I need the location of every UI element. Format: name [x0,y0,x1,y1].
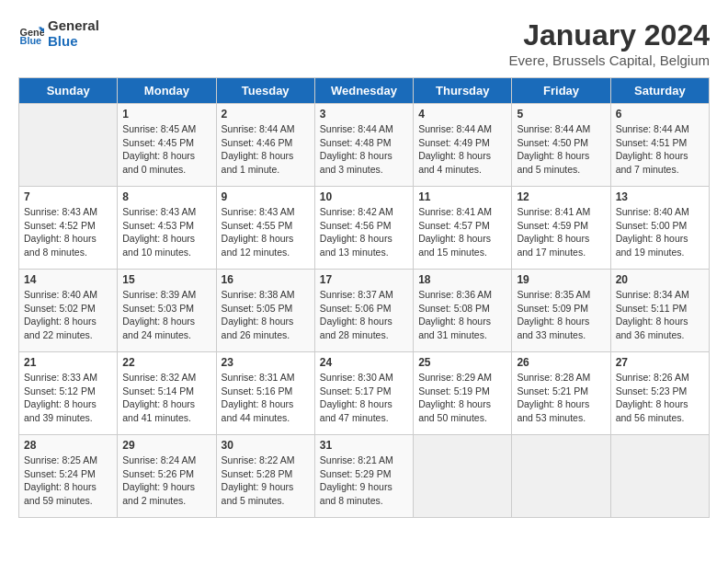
calendar-cell: 5 Sunrise: 8:44 AM Sunset: 4:50 PM Dayli… [512,104,610,187]
calendar-cell: 28 Sunrise: 8:25 AM Sunset: 5:24 PM Dayl… [19,435,118,518]
daylight-text: Daylight: 8 hours and 7 minutes. [616,149,704,176]
sunrise-text: Sunrise: 8:32 AM [122,371,210,385]
sunset-text: Sunset: 4:57 PM [418,219,506,233]
cell-content: Sunrise: 8:40 AM Sunset: 5:02 PM Dayligh… [24,288,112,342]
calendar-week-row: 21 Sunrise: 8:33 AM Sunset: 5:12 PM Dayl… [19,352,710,435]
sunrise-text: Sunrise: 8:31 AM [222,371,310,385]
day-number: 13 [616,190,704,203]
cell-content: Sunrise: 8:25 AM Sunset: 5:24 PM Dayligh… [24,454,112,508]
cell-content: Sunrise: 8:21 AM Sunset: 5:29 PM Dayligh… [320,454,408,508]
calendar-week-row: 14 Sunrise: 8:40 AM Sunset: 5:02 PM Dayl… [19,270,710,352]
day-header-monday: Monday [118,78,216,104]
sunset-text: Sunset: 5:23 PM [616,385,704,398]
logo-icon: General Blue [18,21,44,47]
sunset-text: Sunset: 4:50 PM [517,136,605,150]
calendar-cell: 20 Sunrise: 8:34 AM Sunset: 5:11 PM Dayl… [610,270,709,352]
sunrise-text: Sunrise: 8:37 AM [320,288,408,302]
daylight-text: Daylight: 8 hours and 5 minutes. [517,149,605,176]
calendar-cell: 6 Sunrise: 8:44 AM Sunset: 4:51 PM Dayli… [610,104,709,187]
cell-content: Sunrise: 8:26 AM Sunset: 5:23 PM Dayligh… [616,371,704,425]
daylight-text: Daylight: 8 hours and 12 minutes. [222,232,310,259]
sunset-text: Sunset: 5:05 PM [222,302,310,316]
daylight-text: Daylight: 8 hours and 19 minutes. [616,232,704,259]
sunrise-text: Sunrise: 8:30 AM [320,371,408,385]
day-number: 23 [222,356,310,369]
daylight-text: Daylight: 9 hours and 5 minutes. [222,480,310,507]
daylight-text: Daylight: 8 hours and 28 minutes. [320,315,408,341]
cell-content: Sunrise: 8:44 AM Sunset: 4:46 PM Dayligh… [222,122,310,177]
sunrise-text: Sunrise: 8:21 AM [320,454,408,467]
cell-content: Sunrise: 8:41 AM Sunset: 4:59 PM Dayligh… [517,205,605,259]
day-number: 26 [517,356,605,369]
daylight-text: Daylight: 8 hours and 1 minute. [222,149,310,176]
daylight-text: Daylight: 8 hours and 26 minutes. [222,315,310,341]
day-header-saturday: Saturday [610,78,709,104]
location-subtitle: Evere, Brussels Capital, Belgium [509,52,710,68]
calendar-cell: 4 Sunrise: 8:44 AM Sunset: 4:49 PM Dayli… [414,104,512,187]
sunrise-text: Sunrise: 8:38 AM [222,288,310,302]
sunrise-text: Sunrise: 8:26 AM [616,371,704,385]
sunrise-text: Sunrise: 8:33 AM [24,371,112,385]
day-number: 30 [222,439,310,452]
sunrise-text: Sunrise: 8:39 AM [122,288,210,302]
sunrise-text: Sunrise: 8:28 AM [517,371,605,385]
sunrise-text: Sunrise: 8:41 AM [517,205,605,219]
daylight-text: Daylight: 8 hours and 56 minutes. [616,397,704,424]
day-number: 28 [24,439,112,452]
day-number: 20 [616,273,704,286]
sunset-text: Sunset: 4:45 PM [122,136,210,150]
cell-content: Sunrise: 8:41 AM Sunset: 4:57 PM Dayligh… [418,205,506,259]
calendar-cell: 12 Sunrise: 8:41 AM Sunset: 4:59 PM Dayl… [512,187,610,270]
sunset-text: Sunset: 5:28 PM [222,467,310,481]
calendar-cell: 19 Sunrise: 8:35 AM Sunset: 5:09 PM Dayl… [512,270,610,352]
cell-content: Sunrise: 8:44 AM Sunset: 4:50 PM Dayligh… [517,122,605,177]
daylight-text: Daylight: 8 hours and 17 minutes. [517,232,605,259]
sunset-text: Sunset: 5:19 PM [418,385,506,398]
sunset-text: Sunset: 4:48 PM [320,136,408,150]
sunrise-text: Sunrise: 8:45 AM [122,122,210,136]
sunset-text: Sunset: 5:29 PM [320,467,408,481]
day-number: 31 [320,439,408,452]
sunset-text: Sunset: 4:52 PM [24,219,112,233]
sunrise-text: Sunrise: 8:36 AM [418,288,506,302]
calendar-cell: 31 Sunrise: 8:21 AM Sunset: 5:29 PM Dayl… [314,435,413,518]
daylight-text: Daylight: 8 hours and 0 minutes. [122,149,210,176]
calendar-cell: 25 Sunrise: 8:29 AM Sunset: 5:19 PM Dayl… [414,352,512,435]
sunrise-text: Sunrise: 8:25 AM [24,454,112,467]
calendar-table: SundayMondayTuesdayWednesdayThursdayFrid… [18,77,710,518]
day-number: 22 [122,356,210,369]
day-header-sunday: Sunday [19,78,118,104]
sunrise-text: Sunrise: 8:43 AM [122,205,210,219]
cell-content: Sunrise: 8:24 AM Sunset: 5:26 PM Dayligh… [122,454,210,508]
calendar-cell: 7 Sunrise: 8:43 AM Sunset: 4:52 PM Dayli… [19,187,118,270]
day-number: 19 [517,273,605,286]
calendar-cell: 24 Sunrise: 8:30 AM Sunset: 5:17 PM Dayl… [314,352,413,435]
day-header-tuesday: Tuesday [216,78,314,104]
day-number: 25 [418,356,506,369]
sunset-text: Sunset: 5:00 PM [616,219,704,233]
sunset-text: Sunset: 5:24 PM [24,467,112,481]
month-year-title: January 2024 [509,18,710,52]
cell-content: Sunrise: 8:43 AM Sunset: 4:55 PM Dayligh… [222,205,310,259]
calendar-cell: 11 Sunrise: 8:41 AM Sunset: 4:57 PM Dayl… [414,187,512,270]
day-number: 24 [320,356,408,369]
sunset-text: Sunset: 5:14 PM [122,385,210,398]
calendar-cell: 10 Sunrise: 8:42 AM Sunset: 4:56 PM Dayl… [314,187,413,270]
cell-content: Sunrise: 8:33 AM Sunset: 5:12 PM Dayligh… [24,371,112,425]
cell-content: Sunrise: 8:40 AM Sunset: 5:00 PM Dayligh… [616,205,704,259]
daylight-text: Daylight: 8 hours and 22 minutes. [24,315,112,341]
day-number: 7 [24,190,112,203]
daylight-text: Daylight: 8 hours and 13 minutes. [320,232,408,259]
cell-content: Sunrise: 8:34 AM Sunset: 5:11 PM Dayligh… [616,288,704,342]
daylight-text: Daylight: 8 hours and 15 minutes. [418,232,506,259]
daylight-text: Daylight: 8 hours and 4 minutes. [418,149,506,176]
calendar-cell: 29 Sunrise: 8:24 AM Sunset: 5:26 PM Dayl… [118,435,216,518]
day-number: 10 [320,190,408,203]
day-number: 15 [122,273,210,286]
sunrise-text: Sunrise: 8:44 AM [418,122,506,136]
daylight-text: Daylight: 8 hours and 8 minutes. [24,232,112,259]
day-header-wednesday: Wednesday [314,78,413,104]
daylight-text: Daylight: 8 hours and 39 minutes. [24,397,112,424]
calendar-cell [19,104,118,187]
calendar-cell: 13 Sunrise: 8:40 AM Sunset: 5:00 PM Dayl… [610,187,709,270]
